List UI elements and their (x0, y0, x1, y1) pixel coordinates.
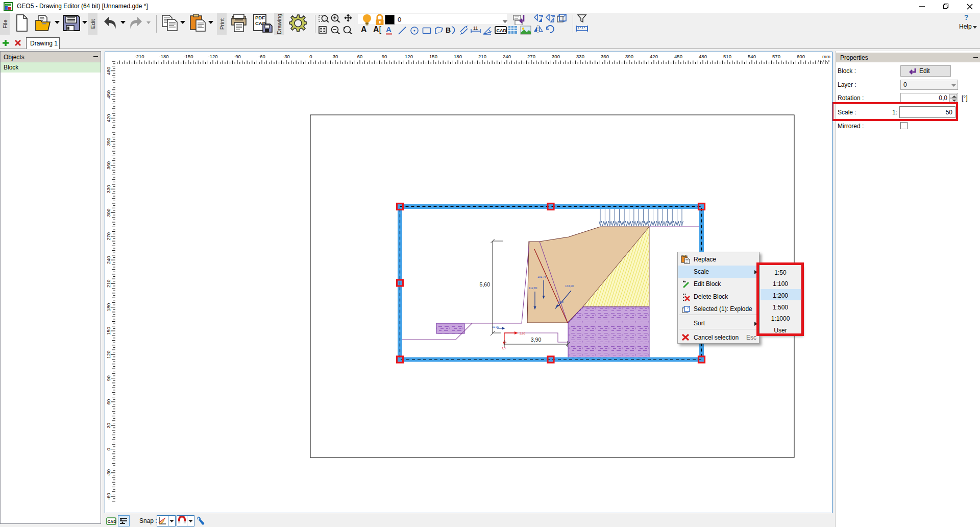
svg-text:2,60: 2,60 (520, 332, 525, 335)
svg-text:90: 90 (106, 375, 111, 381)
svg-text:450: 450 (674, 54, 682, 59)
svg-text:11: 11 (473, 26, 478, 31)
svg-text:450: 450 (106, 90, 111, 99)
svg-text:173,00: 173,00 (565, 284, 574, 288)
svg-text:360: 360 (601, 54, 609, 59)
svg-text:B: B (446, 26, 451, 34)
svg-text:101,76: 101,76 (537, 275, 546, 278)
svg-text:-120: -120 (208, 54, 217, 59)
svg-text:390: 390 (106, 138, 111, 146)
svg-text:420: 420 (106, 114, 111, 122)
svg-text:0: 0 (106, 448, 111, 450)
svg-text:210: 210 (478, 54, 486, 59)
svg-text:180: 180 (106, 303, 111, 312)
svg-text:240: 240 (503, 54, 511, 59)
svg-text:-150: -150 (183, 54, 193, 59)
svg-text:16,3: 16,3 (558, 300, 564, 303)
svg-text:510: 510 (723, 54, 731, 59)
svg-text:480: 480 (106, 67, 111, 75)
svg-text:5,60: 5,60 (480, 281, 491, 288)
svg-text:mm: mm (822, 54, 830, 59)
svg-text:150: 150 (106, 327, 111, 335)
svg-text:-60: -60 (106, 493, 111, 500)
svg-text:0: 0 (309, 54, 312, 59)
svg-text:270: 270 (527, 54, 535, 59)
svg-text:120: 120 (106, 350, 111, 358)
svg-text:330: 330 (106, 185, 111, 193)
svg-text:120: 120 (405, 54, 413, 59)
svg-text:PDF: PDF (255, 15, 265, 20)
svg-text:1,5: 1,5 (502, 347, 506, 350)
svg-text:-210: -210 (134, 54, 144, 59)
svg-text:60: 60 (357, 54, 363, 59)
svg-text:3,90: 3,90 (531, 337, 542, 343)
svg-text:-180: -180 (159, 54, 168, 59)
svg-text:CAD: CAD (497, 28, 507, 33)
svg-text:540: 540 (748, 54, 756, 59)
svg-text:-30: -30 (283, 54, 290, 59)
svg-text:600: 600 (797, 54, 805, 59)
svg-text:210: 210 (106, 279, 111, 288)
svg-text:10,30: 10,30 (492, 325, 499, 328)
svg-text:-30: -30 (106, 469, 111, 476)
svg-text:30: 30 (106, 423, 111, 428)
svg-text:390: 390 (625, 54, 633, 59)
svg-text:570: 570 (772, 54, 780, 59)
svg-text:-90: -90 (234, 54, 241, 59)
svg-text:30: 30 (333, 54, 338, 59)
svg-text:300: 300 (552, 54, 560, 59)
svg-text:330: 330 (576, 54, 584, 59)
svg-text:300: 300 (106, 209, 111, 217)
svg-text:360: 360 (106, 161, 111, 170)
svg-text:CAD: CAD (108, 519, 116, 524)
svg-text:420: 420 (650, 54, 658, 59)
svg-text:240: 240 (106, 256, 111, 264)
svg-text:480: 480 (699, 54, 707, 59)
svg-text:150: 150 (429, 54, 437, 59)
svg-text:112,80: 112,80 (529, 286, 537, 290)
svg-text:-60: -60 (258, 54, 265, 59)
svg-text:90: 90 (382, 54, 387, 59)
svg-text:A: A (386, 25, 391, 34)
svg-text:180: 180 (454, 54, 462, 59)
svg-text:270: 270 (106, 232, 111, 241)
svg-text:60: 60 (106, 399, 111, 405)
